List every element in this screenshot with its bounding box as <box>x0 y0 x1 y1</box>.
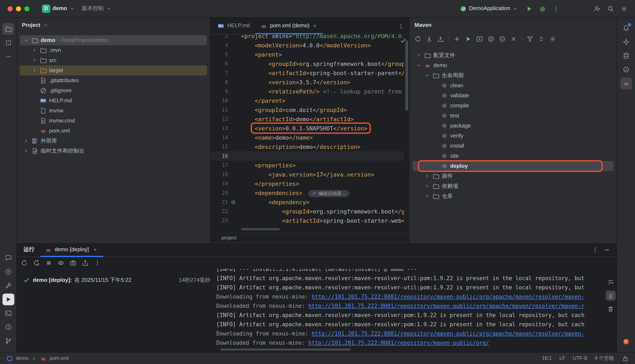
chevron-right-icon[interactable] <box>23 138 29 144</box>
settings-button[interactable] <box>548 35 557 43</box>
chevron-right-icon[interactable] <box>424 183 430 189</box>
execute-button[interactable] <box>475 35 484 43</box>
rerun-button[interactable] <box>20 259 29 267</box>
structure-toolwindow-button[interactable] <box>2 37 14 49</box>
chevron-right-icon[interactable] <box>424 193 430 199</box>
maven-item-install[interactable]: install <box>412 141 613 151</box>
download-button[interactable] <box>436 35 445 43</box>
debug-button[interactable] <box>537 3 548 14</box>
project-item-mvnw.cmd[interactable]: mvnw.cmd <box>20 116 207 126</box>
services-toolwindow-button[interactable] <box>2 266 14 278</box>
export-button[interactable] <box>81 259 89 267</box>
scroll-to-end-button[interactable] <box>606 290 616 301</box>
editor-code[interactable]: <project xmlns="http://maven.apache.org/… <box>240 34 404 225</box>
chevron-right-icon[interactable] <box>32 48 37 53</box>
project-item-src[interactable]: src <box>20 55 207 66</box>
minimize-window-button[interactable] <box>16 6 21 11</box>
build-toolwindow-button[interactable] <box>2 280 14 292</box>
filter-button[interactable] <box>526 35 534 43</box>
code-line-16[interactable] <box>240 152 404 160</box>
problems-toolwindow-button[interactable] <box>2 321 14 333</box>
chevron-down-icon[interactable] <box>43 22 49 28</box>
maven-item-verify[interactable]: verify <box>412 131 613 141</box>
notifications-toolwindow-button[interactable] <box>620 22 632 34</box>
maven-item-插件[interactable]: 插件 <box>412 171 613 181</box>
close-tab-icon[interactable] <box>312 23 318 29</box>
terminal-toolwindow-button[interactable] <box>2 308 14 319</box>
code-line-7[interactable]: <artifactId>spring-boot-starter-parent</… <box>240 68 404 78</box>
ai-assistant-toolwindow-button[interactable] <box>620 36 632 48</box>
zoom-window-button[interactable] <box>24 6 29 11</box>
run-options-button[interactable] <box>591 246 599 254</box>
eye-button[interactable] <box>57 259 65 267</box>
run-config-widget[interactable]: DemoApplication <box>456 3 522 14</box>
close-tab-icon[interactable] <box>91 246 99 254</box>
code-line-5[interactable]: <parent> <box>240 50 404 59</box>
project-item-.gitignore[interactable]: .gitignore <box>20 86 207 96</box>
code-line-14[interactable]: <name>demo</name> <box>240 133 404 142</box>
run-entry[interactable]: demo [deploy]: 在 2025/11/15 下午5:22 14秒27… <box>17 275 216 286</box>
maven-item-compile[interactable]: compile <box>412 101 613 111</box>
code-line-2[interactable]: <project xmlns="http://maven.apache.org/… <box>240 34 404 41</box>
project-item-demo[interactable]: demo ~/IdeaProjects/demo <box>20 35 207 45</box>
code-line-19[interactable]: </properties> <box>240 179 404 188</box>
code-with-me-button[interactable] <box>591 3 603 14</box>
project-widget[interactable]: D demo <box>39 3 78 14</box>
maven-item-生命周期[interactable]: 生命周期 <box>412 70 613 80</box>
database-toolwindow-button[interactable] <box>620 50 632 62</box>
run-button[interactable] <box>464 35 473 43</box>
expand-button[interactable] <box>537 35 546 43</box>
spring-plain-toolwindow-button[interactable] <box>620 64 632 76</box>
console-scrollbar[interactable] <box>221 348 351 350</box>
code-line-10[interactable]: </parent> <box>240 96 404 105</box>
search-everywhere-button[interactable] <box>605 3 616 14</box>
stop-button[interactable] <box>45 259 53 267</box>
chevron-right-icon[interactable] <box>23 148 29 154</box>
code-line-8[interactable]: <version>3.5.7</version> <box>240 78 404 87</box>
code-line-23[interactable]: <artifactId>spring-boot-starter-web</art <box>240 216 404 225</box>
camera-button[interactable] <box>69 259 77 267</box>
console-output[interactable]: [INFO] --- install:3.1.4:install (defaul… <box>216 269 605 352</box>
file-encoding[interactable]: UTF-8 <box>573 355 587 362</box>
maven-item-test[interactable]: test <box>412 111 613 121</box>
close-window-button[interactable] <box>8 6 13 11</box>
code-line-21[interactable]: <dependency> <box>240 198 404 207</box>
maven-item-validate[interactable]: validate <box>412 90 613 101</box>
maven-item-deploy[interactable]: deploy <box>412 161 613 171</box>
run-toolwindow-button[interactable] <box>2 294 14 305</box>
project-item-pom.xml[interactable]: mpom.xml <box>20 126 207 136</box>
editor-tab-HELP.md[interactable]: HELP.md <box>212 18 255 34</box>
console-link[interactable]: http://101.201.75.222:8081/repository/ma… <box>308 303 584 309</box>
code-line-6[interactable]: <groupId>org.springframework.boot</group… <box>240 59 404 68</box>
editor-horizontal-scrollbar[interactable] <box>241 228 280 230</box>
detach-button[interactable] <box>509 35 518 43</box>
code-line-15[interactable]: <description>demo</description> <box>240 142 404 152</box>
chat-toolwindow-button[interactable] <box>2 252 14 264</box>
soft-wrap-button[interactable] <box>606 277 616 287</box>
maven-toolwindow-button[interactable]: m <box>620 78 632 89</box>
more-toolwindow-button[interactable] <box>2 51 14 62</box>
download-sources-button[interactable] <box>425 35 434 43</box>
console-link[interactable]: http://101.201.75.222:8081/repository/ma… <box>312 294 584 300</box>
code-line-4[interactable]: <modelVersion>4.0.0</modelVersion> <box>240 41 404 50</box>
profiler-toolwindow-button[interactable] <box>620 336 632 348</box>
vcs-widget[interactable]: 版本控制 <box>78 3 115 14</box>
run-button[interactable] <box>523 3 535 14</box>
project-item-HELP.md[interactable]: HELP.md <box>20 96 207 106</box>
more-actions-button[interactable] <box>550 3 562 14</box>
chevron-down-icon[interactable] <box>424 72 430 78</box>
statusbar-project[interactable]: demo <box>16 355 29 362</box>
statusbar-file[interactable]: pom.xml <box>50 355 69 362</box>
chevron-right-icon[interactable] <box>32 68 37 74</box>
maven-item-clean[interactable]: clean <box>412 80 613 90</box>
code-line-18[interactable]: <java.version>17</java.version> <box>240 170 404 179</box>
settings-button[interactable] <box>618 3 630 14</box>
chevron-down-icon[interactable] <box>416 62 422 68</box>
project-item-.gitattributes[interactable]: .gitattributes <box>20 76 207 86</box>
vcs-toolwindow-button[interactable] <box>2 335 14 347</box>
code-line-20[interactable]: <dependencies>编辑启动器… <box>240 188 404 198</box>
editor-vertical-scrollbar[interactable] <box>405 40 408 111</box>
console-link[interactable]: http://101.201.75.222:8081/repository/ma… <box>308 340 489 346</box>
clear-console-button[interactable] <box>606 304 616 314</box>
chevron-down-icon[interactable] <box>23 37 29 43</box>
